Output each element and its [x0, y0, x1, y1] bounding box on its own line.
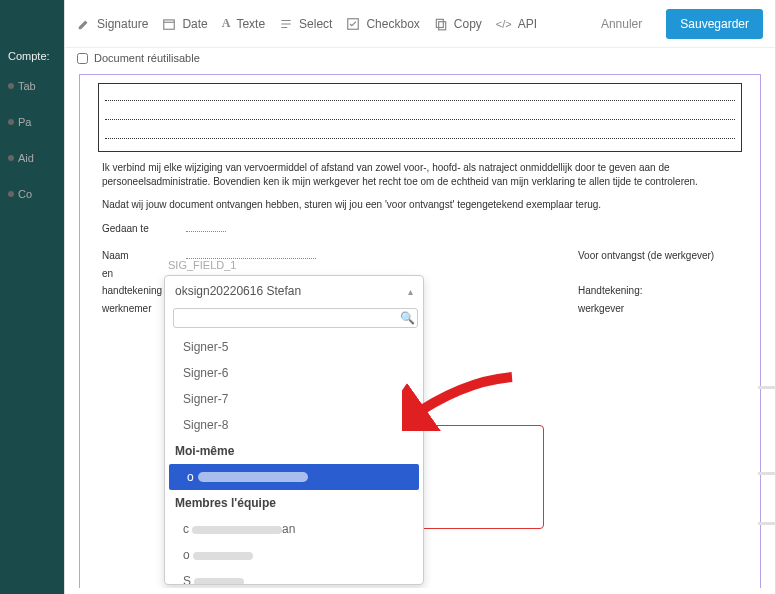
dropdown-item-signer[interactable]: Signer-8: [165, 412, 423, 438]
document-area[interactable]: Ik verbind mij elke wijziging van vervoe…: [65, 74, 775, 588]
checkbox-icon: [346, 17, 360, 31]
dropdown-item-member[interactable]: can: [165, 516, 423, 542]
toolbar: Signature Date A Texte Select Checkbox C…: [65, 0, 775, 48]
svg-rect-0: [164, 19, 175, 28]
redacted-text: [194, 578, 244, 584]
voor-ontvangst-label: Voor ontvangst (de werkgever): [538, 249, 738, 263]
paragraph-2: Nadat wij jouw document ontvangen hebben…: [102, 198, 738, 212]
svg-rect-3: [436, 19, 443, 27]
dropdown-header[interactable]: oksign20220616 Stefan ▴: [165, 276, 423, 306]
sig-field-label: SIG_FIELD_1: [168, 259, 236, 271]
dashboard-icon: [8, 83, 14, 89]
pencil-icon: [77, 17, 91, 31]
gedaan-label: Gedaan te: [102, 222, 186, 236]
copy-tool[interactable]: Copy: [434, 17, 482, 31]
redacted-text: [192, 526, 282, 534]
help-icon: [8, 155, 14, 161]
checkbox-tool[interactable]: Checkbox: [346, 17, 419, 31]
dropdown-item-signer[interactable]: Signer-5: [165, 334, 423, 360]
fill-line: [105, 109, 735, 120]
side-marker: [758, 472, 776, 475]
dropdown-search-input[interactable]: [173, 308, 418, 328]
app-sidebar: Compte: Tab Pa Aid Co: [0, 0, 64, 594]
svg-rect-4: [438, 21, 445, 29]
dropdown-item-signer[interactable]: Signer-7: [165, 386, 423, 412]
dropdown-item-member[interactable]: S: [165, 568, 423, 584]
fill-line: [105, 90, 735, 101]
handtekening-r-label: Handtekening:: [538, 284, 738, 298]
dropdown-selected-item[interactable]: o: [169, 464, 419, 490]
document-page: Ik verbind mij elke wijziging van vervoe…: [79, 74, 761, 588]
dropdown-group-moimeme: Moi-même: [165, 438, 423, 464]
signer-dropdown[interactable]: oksign20220616 Stefan ▴ 🔍 Signer-5 Signe…: [164, 275, 424, 585]
fill-line: [105, 128, 735, 139]
date-tool[interactable]: Date: [162, 17, 207, 31]
list-icon: [279, 17, 293, 31]
account-label: Compte:: [0, 0, 64, 68]
side-marker: [758, 522, 776, 525]
select-tool[interactable]: Select: [279, 17, 332, 31]
redacted-text: [198, 472, 308, 482]
sidebar-item-3[interactable]: Co: [0, 176, 64, 212]
caret-up-icon: ▴: [408, 286, 413, 297]
contacts-icon: [8, 191, 14, 197]
copy-icon: [434, 17, 448, 31]
settings-icon: [8, 119, 14, 125]
signature-tool[interactable]: Signature: [77, 17, 148, 31]
reusable-label: Document réutilisable: [94, 52, 200, 64]
side-marker: [758, 386, 776, 389]
text-icon: A: [222, 16, 231, 31]
dropdown-item-signer[interactable]: Signer-6: [165, 360, 423, 386]
save-button[interactable]: Sauvegarder: [666, 9, 763, 39]
api-tool[interactable]: </> API: [496, 17, 537, 31]
sidebar-item-2[interactable]: Aid: [0, 140, 64, 176]
redacted-text: [193, 552, 253, 560]
dropdown-body: Signer-5 Signer-6 Signer-7 Signer-8 Moi-…: [165, 334, 423, 584]
subbar: Document réutilisable: [65, 48, 775, 74]
code-icon: </>: [496, 18, 512, 30]
calendar-icon: [162, 17, 176, 31]
sidebar-item-1[interactable]: Pa: [0, 104, 64, 140]
dropdown-item-member[interactable]: o: [165, 542, 423, 568]
sidebar-item-0[interactable]: Tab: [0, 68, 64, 104]
werkgever-label: werkgever: [538, 302, 738, 316]
text-tool[interactable]: A Texte: [222, 16, 265, 31]
dropdown-search: 🔍: [165, 306, 423, 334]
main-panel: Signature Date A Texte Select Checkbox C…: [64, 0, 776, 594]
cancel-button[interactable]: Annuler: [591, 11, 652, 37]
dropdown-group-team: Membres l'équipe: [165, 490, 423, 516]
reusable-checkbox[interactable]: [77, 53, 88, 64]
paragraph-1: Ik verbind mij elke wijziging van vervoe…: [102, 161, 738, 188]
